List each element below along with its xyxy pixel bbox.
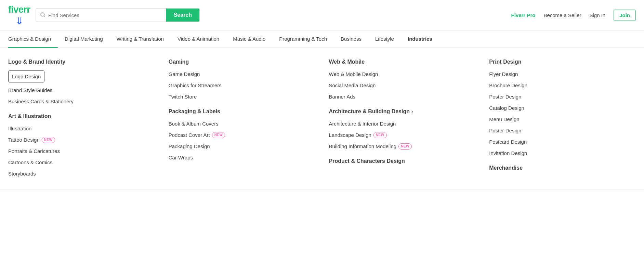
nav-tab-video[interactable]: Video & Animation [171, 30, 226, 48]
menu-item-label: Podcast Cover Art [169, 131, 210, 139]
logo-area: fiverr ⇓ [8, 4, 30, 26]
menu-item-label: Architecture & Interior Design [329, 120, 396, 127]
nav-tab-industries[interactable]: Industries [401, 30, 439, 48]
menu-item[interactable]: Poster Design [489, 127, 636, 134]
new-badge: NEW [373, 132, 387, 138]
menu-item-label: Illustration [8, 125, 31, 132]
menu-item-label: Logo Design [12, 73, 41, 80]
menu-item[interactable]: Graphics for Streamers [169, 82, 315, 89]
menu-item-label: Brand Style Guides [8, 87, 52, 94]
down-arrow-icon: ⇓ [15, 16, 23, 26]
menu-item[interactable]: Web & Mobile Design [329, 70, 476, 78]
nav-tab-writing[interactable]: Writing & Translation [110, 30, 171, 48]
search-button[interactable]: Search [166, 9, 199, 22]
section-title: Logo & Brand Identity [8, 59, 155, 65]
new-badge: NEW [42, 137, 55, 143]
section-title: Gaming [169, 59, 315, 65]
menu-item[interactable]: Illustration [8, 125, 155, 132]
nav-tab-music[interactable]: Music & Audio [226, 30, 272, 48]
fiverr-logo[interactable]: fiverr [8, 4, 30, 15]
section-title: Packaging & Labels [169, 108, 315, 115]
section-title: Web & Mobile [329, 59, 476, 65]
search-input-wrapper [36, 9, 166, 22]
svg-point-0 [41, 13, 44, 16]
menu-item[interactable]: Business Cards & Stationery [8, 98, 155, 105]
menu-item[interactable]: Building Information ModelingNEW [329, 143, 476, 150]
menu-item[interactable]: Car Wraps [169, 154, 315, 161]
menu-item[interactable]: Banner Ads [329, 93, 476, 100]
dropdown-column-col4: Print DesignFlyer DesignBrochure DesignP… [489, 59, 636, 181]
nav-tab-programming[interactable]: Programming & Tech [272, 30, 334, 48]
menu-item[interactable]: Podcast Cover ArtNEW [169, 131, 315, 139]
header-nav: Fiverr Pro Become a Seller Sign In Join [511, 10, 636, 21]
nav-tab-graphics[interactable]: Graphics & Design [8, 30, 58, 48]
menu-item[interactable]: Invitation Design [489, 150, 636, 157]
menu-item-label: Flyer Design [489, 70, 518, 78]
menu-item[interactable]: Brochure Design [489, 82, 636, 89]
menu-item[interactable]: Tattoo DesignNEW [8, 136, 155, 143]
menu-item-label: Catalog Design [489, 104, 524, 112]
nav-tab-business[interactable]: Business [334, 30, 368, 48]
menu-item[interactable]: Twitch Store [169, 93, 315, 100]
nav-tab-digital[interactable]: Digital Marketing [58, 30, 110, 48]
menu-item[interactable]: Cartoons & Comics [8, 159, 155, 166]
dropdown-column-col1: Logo & Brand IdentityLogo DesignBrand St… [8, 59, 155, 181]
menu-item-label: Landscape Design [329, 131, 371, 139]
menu-item[interactable]: Portraits & Caricatures [8, 147, 155, 155]
menu-item[interactable]: Game Design [169, 70, 315, 78]
menu-item-label: Portraits & Caricatures [8, 147, 60, 155]
menu-item-label: Poster Design [489, 93, 521, 100]
section-title: Print Design [489, 59, 636, 65]
menu-item[interactable]: Flyer Design [489, 70, 636, 78]
nav-tab-lifestyle[interactable]: Lifestyle [368, 30, 401, 48]
svg-line-1 [44, 16, 45, 17]
section-title: Art & Illustration [8, 113, 155, 119]
menu-item[interactable]: Postcard Design [489, 138, 636, 145]
menu-item[interactable]: Landscape DesignNEW [329, 131, 476, 139]
menu-item-label: Poster Design [489, 127, 521, 134]
menu-item-label: Invitation Design [489, 150, 527, 157]
menu-item-label: Building Information Modeling [329, 143, 397, 150]
menu-item[interactable]: Menu Design [489, 116, 636, 123]
menu-item-label: Menu Design [489, 116, 519, 123]
section-title: Product & Characters Design [329, 158, 476, 164]
menu-item-label: Car Wraps [169, 154, 193, 161]
menu-item[interactable]: Social Media Design [329, 82, 476, 89]
menu-item-label: Graphics for Streamers [169, 82, 222, 89]
menu-item-label: Book & Album Covers [169, 120, 219, 127]
search-bar: Search [36, 8, 200, 22]
menu-item[interactable]: Packaging Design [169, 143, 315, 150]
menu-item-label: Packaging Design [169, 143, 210, 150]
become-seller-link[interactable]: Become a Seller [543, 12, 581, 18]
menu-item-label: Brochure Design [489, 82, 527, 89]
menu-item-label: Business Cards & Stationery [8, 98, 74, 105]
sign-in-link[interactable]: Sign In [589, 12, 605, 18]
section-title: Merchandise [489, 165, 636, 171]
new-badge: NEW [212, 132, 225, 138]
dropdown-column-col3: Web & MobileWeb & Mobile DesignSocial Me… [329, 59, 476, 181]
menu-item-label: Web & Mobile Design [329, 70, 378, 78]
menu-item[interactable]: Poster Design [489, 93, 636, 100]
menu-item[interactable]: Brand Style Guides [8, 87, 155, 94]
menu-item[interactable]: Architecture & Interior Design [329, 120, 476, 127]
dropdown-panel: Logo & Brand IdentityLogo DesignBrand St… [0, 48, 644, 190]
join-button[interactable]: Join [614, 10, 636, 21]
search-icon [40, 12, 45, 18]
menu-item-label: Cartoons & Comics [8, 159, 52, 166]
menu-item[interactable]: Logo Design [8, 70, 44, 82]
menu-item-label: Twitch Store [169, 93, 197, 100]
menu-item-label: Social Media Design [329, 82, 376, 89]
menu-item-label: Postcard Design [489, 138, 527, 145]
menu-item-label: Storyboards [8, 170, 36, 177]
menu-item[interactable]: Book & Album Covers [169, 120, 315, 127]
dropdown-column-col2: GamingGame DesignGraphics for StreamersT… [169, 59, 315, 181]
fiverr-pro-link[interactable]: Fiverr Pro [511, 12, 536, 18]
section-title: Architecture & Building Design [329, 108, 476, 115]
menu-item[interactable]: Storyboards [8, 170, 155, 177]
menu-item-label: Banner Ads [329, 93, 356, 100]
header: fiverr ⇓ Search Fiverr Pro Become a Sell… [0, 0, 644, 30]
menu-item[interactable]: Catalog Design [489, 104, 636, 112]
nav-tabs: Graphics & DesignDigital MarketingWritin… [0, 30, 644, 48]
new-badge: NEW [398, 143, 412, 150]
search-input[interactable] [48, 12, 162, 18]
